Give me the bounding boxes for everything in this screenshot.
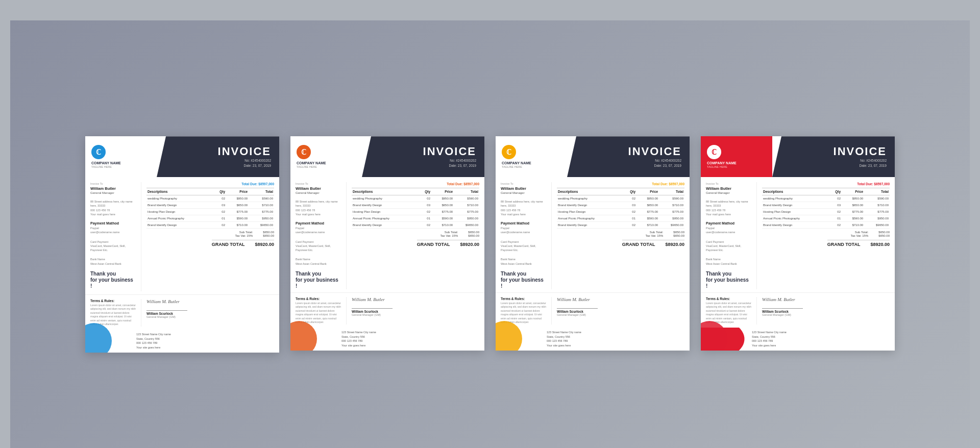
table-row: Brand Identify Design02$710.00$9650.00 [352, 222, 479, 229]
tagline-orange: TAGLINE HERE [297, 165, 317, 168]
bottom-red: 123 Street Name City name State, Country… [701, 328, 895, 351]
table-row: Brand Identify Design03$650.00$710.00 [557, 202, 684, 209]
table-row: Hosting Plan Design 02 $775.00 $775.00 [146, 209, 274, 215]
table-row: wedding Photography02$950.00$590.00 [352, 195, 479, 202]
thank-you-blue: Thank you for your business ! [90, 271, 136, 289]
table-row: Brand Identify Design02$710.00$9650.00 [557, 222, 684, 229]
table-row: Annual Picnic Photography01$590.00$950.0… [352, 215, 479, 222]
table-row: Brand Identify Design 02 $710.00 $9650.0… [146, 222, 274, 229]
logo-icon-yellow: ℂ [502, 145, 516, 159]
sidebar-red: Invoice To William Butler General Manage… [701, 182, 757, 289]
bottom-accent-blue [85, 330, 131, 353]
header-yellow: ℂ COMPANY NAME TAGLINE HERE INVOICE No: … [496, 136, 690, 177]
company-name-red: COMPANY NAME [707, 161, 737, 165]
table-row: Hosting Plan Design02$775.00$775.00 [557, 209, 684, 215]
invoice-meta-blue: No: #2454000202 Date: 23, 07, 2019 [244, 158, 272, 169]
tagline-yellow: TAGLINE HERE [502, 165, 522, 168]
table-row: Annual Picnic Photography 01 $590.00 $95… [146, 215, 274, 222]
sidebar-blue: Invoice To William Butler General Manage… [85, 182, 141, 291]
main-orange: Total Due: $8597,000 Descriptions Qty Pr… [347, 182, 484, 289]
header-orange: ℂ COMPANY NAME TAGLINE HERE INVOICE No: … [290, 136, 484, 177]
footer-right-blue: William M. Butler William Scurlock Gener… [141, 299, 279, 327]
footer-blue: Terms & Rules: Lorem ipsum dolor sit ame… [85, 294, 279, 327]
invoice-meta-orange: No: #2454000202 Date: 23, 07, 2019 [449, 158, 477, 169]
tagline-red: TAGLINE HERE [707, 165, 727, 168]
page-background: ℂ COMPANY NAME TAGLINE HERE INVOICE No: … [10, 20, 970, 448]
header-right-yellow: INVOICE No: #2454000202 Date: 23, 07, 20… [567, 136, 690, 177]
logo-blue: ℂ COMPANY NAME TAGLINE HERE [91, 145, 121, 168]
totals-blue: Sub Total: $650.00 Tax Vat: 15% $650.00 … [146, 231, 274, 247]
invoice-orange: ℂ COMPANY NAME TAGLINE HERE INVOICE No: … [290, 136, 484, 351]
bottom-circle-red [701, 321, 727, 351]
company-name-yellow: COMPANY NAME [502, 161, 531, 165]
bottom-orange: 123 Street Name City name State, Country… [290, 328, 484, 351]
header-right-blue: INVOICE No: #2454000202 Date: 23, 07, 20… [157, 136, 279, 177]
sidebar-yellow: Invoice To William Butler General Manage… [496, 182, 552, 289]
bottom-info-orange: 123 Street Name City name State, Country… [336, 328, 484, 351]
bottom-blue: 123 Street Name City name State, Country… [85, 330, 279, 353]
grand-total-yellow: GRAND TOTAL$8920.00 [622, 240, 684, 247]
invoice-yellow: ℂ COMPANY NAME TAGLINE HERE INVOICE No: … [496, 136, 690, 351]
table-row: Annual Picnic Photography01$590.00$950.0… [762, 215, 890, 222]
table-row: Annual Picnic Photography01$590.00$950.0… [557, 215, 684, 222]
logo-yellow: ℂ COMPANY NAME TAGLINE HERE [502, 145, 531, 168]
signature-line-blue [146, 310, 187, 311]
invoice-collection: ℂ COMPANY NAME TAGLINE HERE INVOICE No: … [85, 136, 895, 353]
main-red: Total Due: $8597,000 Descriptions Qty Pr… [757, 182, 895, 289]
main-yellow: Total Due: $8597,000 Descriptions Qty Pr… [552, 182, 690, 289]
table-row: wedding Photography02$950.00$590.00 [557, 195, 684, 202]
grand-total-red: GRAND TOTAL$8920.00 [827, 240, 890, 247]
logo-red: ℂ COMPANY NAME TAGLINE HERE [707, 145, 737, 168]
footer-left-orange: Terms & Rules: Lorem ipsum dolor sit ame… [290, 297, 347, 325]
table-row: Hosting Plan Design02$775.00$775.00 [762, 209, 890, 215]
total-due-red: Total Due: $8597,000 [762, 182, 890, 186]
header-red: ℂ COMPANY NAME TAGLINE HERE INVOICE No: … [701, 136, 895, 177]
bottom-info-red: 123 Street Name City name State, Country… [747, 328, 895, 351]
header-left-blue: ℂ COMPANY NAME TAGLINE HERE [85, 136, 157, 177]
body-blue: Invoice To William Butler General Manage… [85, 177, 279, 291]
body-orange: Invoice To William Butler General Manage… [290, 177, 484, 289]
header-left-yellow: ℂ COMPANY NAME TAGLINE HERE [496, 136, 567, 177]
footer-yellow: Terms & Rules: Lorem ipsum dolor sit ame… [496, 292, 690, 325]
footer-red: Terms & Rules: Lorem ipsum dolor sit ame… [701, 292, 895, 325]
header-right-red: INVOICE No: #2454000202 Date: 23, 07, 20… [772, 136, 895, 177]
company-name-blue: COMPANY NAME [91, 161, 121, 165]
bottom-yellow: 123 Street Name City name State, Country… [496, 328, 690, 351]
header-right-orange: INVOICE No: #2454000202 Date: 23, 07, 20… [362, 136, 484, 177]
invoice-table-yellow: Descriptions Qty Price Total wedding Pho… [557, 188, 684, 229]
invoice-table-orange: Descriptions Qty Price Total wedding Pho… [352, 188, 479, 229]
table-row: wedding Photography02$950.00$590.00 [762, 195, 890, 202]
footer-orange: Terms & Rules: Lorem ipsum dolor sit ame… [290, 292, 484, 325]
bottom-circle-orange [290, 321, 317, 351]
table-row: Brand Identify Design03$650.00$710.00 [762, 202, 890, 209]
invoice-red: ℂ COMPANY NAME TAGLINE HERE INVOICE No: … [701, 136, 895, 351]
invoice-table-blue: Descriptions Qty Price Total wedding Pho… [146, 188, 274, 229]
body-yellow: Invoice To William Butler General Manage… [496, 177, 690, 289]
grand-total-orange: GRAND TOTAL$8920.00 [417, 240, 479, 247]
bottom-circle-yellow [496, 321, 522, 351]
sidebar-orange: Invoice To William Butler General Manage… [290, 182, 347, 289]
logo-icon-blue: ℂ [91, 145, 106, 159]
footer-left-blue: Terms & Rules: Lorem ipsum dolor sit ame… [85, 299, 141, 327]
total-due-yellow: Total Due: $8597,000 [557, 182, 684, 186]
bottom-circle-blue [85, 323, 112, 353]
invoice-title-blue: INVOICE [218, 145, 271, 158]
grand-total-blue: GRAND TOTAL $8920.00 [212, 240, 274, 247]
table-row: Hosting Plan Design02$775.00$775.00 [352, 209, 479, 215]
main-blue: Total Due: $8597,000 Descriptions Qty Pr… [141, 182, 279, 291]
tagline-blue: TAGLINE HERE [91, 165, 112, 168]
totals-yellow: Sub Total:$650.00 Tax Vat: 15%$650.00 GR… [557, 231, 684, 247]
bottom-info-yellow: 123 Street Name City name State, Country… [542, 328, 690, 351]
header-left-orange: ℂ COMPANY NAME TAGLINE HERE [290, 136, 362, 177]
header-blue: ℂ COMPANY NAME TAGLINE HERE INVOICE No: … [85, 136, 279, 177]
table-row: Brand Identify Design03$650.00$710.00 [352, 202, 479, 209]
body-red: Invoice To William Butler General Manage… [701, 177, 895, 289]
company-name-orange: COMPANY NAME [297, 161, 326, 165]
invoice-to-section: Invoice To William Butler General Manage… [90, 182, 136, 194]
table-row: Brand Identify Design 03 $650.00 $710.00 [146, 202, 274, 209]
thank-you-yellow: Thank you for your business ! [501, 271, 546, 289]
total-due-blue: Total Due: $8597,000 [146, 182, 274, 186]
table-row: wedding Photography 02 $950.00 $590.00 [146, 195, 274, 202]
logo-icon-red: ℂ [707, 145, 721, 159]
bottom-info-blue: 123 Street Name City name State, Country… [131, 330, 279, 353]
